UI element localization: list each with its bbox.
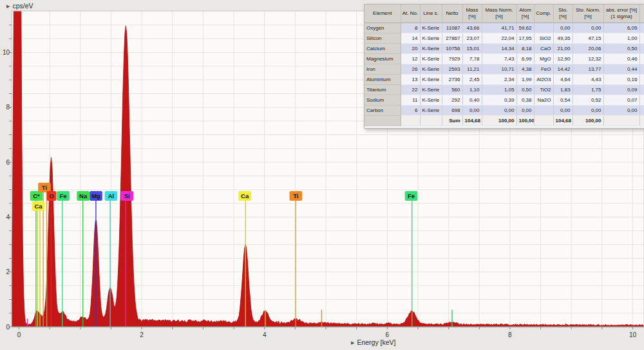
table-cell [639,44,644,54]
table-row-iron: Iron26K-Serie259311,2110,714,38FeO14,421… [365,64,644,75]
table-cell: 0,09 [603,85,639,95]
table-cell: 11,21 [462,64,482,75]
table-cell: 22,04 [482,33,516,44]
table-cell: 20,06 [573,44,603,54]
column-header-mass: Mass [%] [462,5,482,23]
table-cell: 20 [401,44,420,54]
y-axis-title: ▶ cps/eV [6,2,33,10]
column-header-comp: Comp. [534,5,553,23]
table-cell: 10756 [442,44,462,54]
column-header-at-no: At. No. [401,5,420,23]
svg-text:O: O [49,192,53,199]
table-cell: 6,99 [516,54,534,64]
quantification-table: ElementAt. No.Line s.NettoMass [%]Mass N… [365,5,644,126]
table-header-row: ElementAt. No.Line s.NettoMass [%]Mass N… [365,5,644,23]
y-axis-title-label: cps/eV [12,2,33,10]
column-header-element: Element [365,5,401,23]
x-tick-label: 10 [629,331,637,338]
svg-text:C*: C* [33,192,40,199]
table-cell: Aluminium [365,75,401,85]
table-cell: 43,66 [462,23,482,33]
table-row-sum: Sum104,68100,00100,00104,68100,00 [365,116,644,126]
table-cell: 698 [442,106,462,116]
table-cell: 11087 [442,23,462,33]
table-cell: 7,43 [482,54,516,64]
x-tick-label: 4 [263,331,267,338]
table-cell: 0,00 [482,106,516,116]
table-cell: 0,00 [516,106,534,116]
y-tick-label: 10 [3,49,10,56]
table-row-silicon: Silicon14K-Serie2786723,0722,0417,95SiO2… [365,33,644,44]
table-cell: 0,07 [603,95,639,106]
table-cell: Carbon [365,106,401,116]
table-cell: 0,52 [573,95,603,106]
table-cell: Na2O [534,95,553,106]
table-cell: 292 [442,95,462,106]
y-tick-labels: 0246810 [3,49,10,331]
svg-text:Si: Si [124,192,130,199]
element-label-O: O [47,191,57,201]
table-cell: 1,99 [516,75,534,85]
table-cell: 2736 [442,75,462,85]
table-cell: 11 [401,95,420,106]
y-axis-arrow-icon: ▶ [6,4,10,8]
quantification-results-panel: ElementAt. No.Line s.NettoMass [%]Mass N… [364,4,644,129]
table-cell: 47,15 [573,33,603,44]
x-axis-arrow-icon: ▶ [351,340,354,345]
table-cell: TiO2 [534,85,553,95]
table-cell [639,116,644,126]
element-label-Al: Al [105,191,118,201]
x-tick-label: 6 [386,331,390,338]
svg-text:Ca: Ca [34,203,43,210]
table-cell: 1,10 [462,85,482,95]
table-cell: 0,38 [516,95,534,106]
table-cell [639,106,644,116]
table-cell [420,116,442,126]
x-tick-label: 8 [508,331,512,338]
table-cell: 4,43 [573,75,603,85]
column-header-atom: Atom [%] [516,5,534,23]
table-cell: 0,00 [573,23,603,33]
table-row-titanium: Titanium22K-Serie5601,101,050,50TiO21,83… [365,85,644,95]
table-cell: SiO2 [534,33,553,44]
table-cell: 17,95 [516,33,534,44]
table-cell: 100,00 [482,116,516,126]
table-cell: 4,64 [553,75,573,85]
table-cell: 1,05 [482,85,516,95]
table-cell: 1,83 [553,85,573,95]
table-cell: FeO [534,64,553,75]
element-label-Ca: Ca [238,191,251,201]
edx-analysis-screen: { "window": { "y_axis_title": "cps/eV", … [0,0,644,350]
table-cell: Oxygen [365,23,401,33]
table-cell: Sum [442,116,462,126]
table-cell: 7929 [442,54,462,64]
svg-text:Mg: Mg [91,192,100,199]
x-axis-title-label: Energy [keV] [357,338,395,346]
element-label-Mg: Mg [90,191,102,201]
svg-text:Ca: Ca [241,192,249,199]
table-cell: 1,00 [603,33,639,44]
table-cell: 560 [442,85,462,95]
table-cell: 2593 [442,64,462,75]
table-cell: 100,00 [516,116,534,126]
table-cell: 0,00 [553,106,573,116]
table-cell: 22 [401,85,420,95]
table-cell [639,33,644,44]
table-cell: Iron [365,64,401,75]
table-cell [603,116,639,126]
table-cell: 4,38 [516,64,534,75]
y-tick-label: 6 [6,159,10,166]
table-cell [639,23,644,33]
table-cell: K-Serie [420,54,442,64]
table-cell [365,116,401,126]
table-cell: 10,71 [482,64,516,75]
column-header-a: a [639,5,644,23]
table-cell: 12,32 [573,54,603,64]
table-cell: 7,78 [462,54,482,64]
table-cell: 15,01 [462,44,482,54]
table-cell: 6 [401,106,420,116]
column-header-line-s: Line s. [420,5,442,23]
table-cell: 14,42 [553,64,573,75]
table-cell [639,54,644,64]
x-tick-labels: 0246810 [17,331,637,338]
